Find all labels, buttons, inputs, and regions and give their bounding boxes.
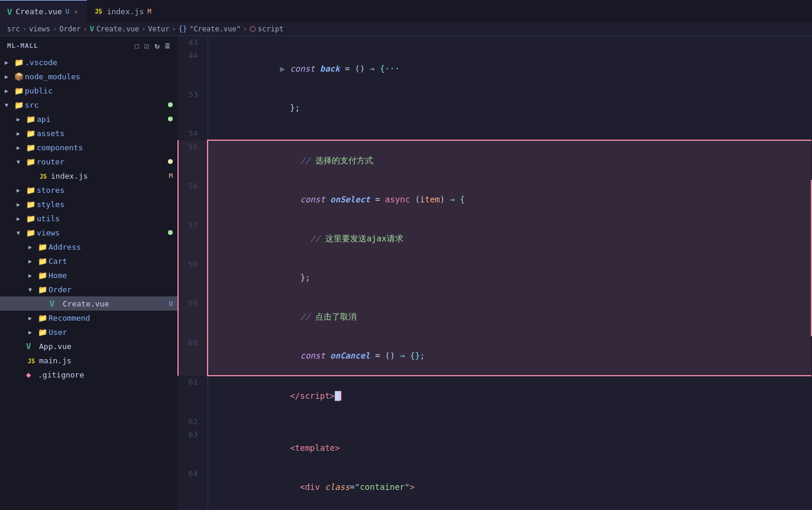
folder-icon-home: 📁 <box>38 271 48 280</box>
sidebar-item-vscode[interactable]: 📁 .vscode <box>0 55 177 69</box>
sidebar-item-stores[interactable]: 📁 stores <box>0 183 177 197</box>
breadcrumb-create-vue2[interactable]: "Create.vue" <box>189 25 241 33</box>
js-icon: JS <box>94 8 103 15</box>
sidebar-label-cart: Cart <box>48 257 177 266</box>
table-row: 43 <box>178 36 811 49</box>
line-number: 63 <box>178 428 208 467</box>
sidebar-label-create-vue: Create.vue <box>63 299 169 308</box>
tab-index-js[interactable]: JS index.js M <box>87 0 158 22</box>
line-content: // 选择的支付方式 <box>208 140 811 180</box>
tree-arrow-home <box>28 272 38 279</box>
folder-icon-api: 📁 <box>26 115 37 124</box>
folder-icon-recommend: 📁 <box>38 314 48 322</box>
vue-breadcrumb-icon: V <box>90 25 94 33</box>
tree-arrow-utils <box>17 215 26 222</box>
tree-arrow-router <box>17 159 26 165</box>
breadcrumb-script[interactable]: script <box>258 25 283 33</box>
line-number: 61 <box>178 376 208 415</box>
code-area[interactable]: 43 44 ▶ const back = () ⇒ {··· 53 <box>177 36 812 510</box>
line-content: // 这里要发送ajax请求 <box>208 219 811 258</box>
sidebar-item-home[interactable]: 📁 Home <box>0 268 177 282</box>
sidebar-label-recommend: Recommend <box>48 314 177 322</box>
sidebar-label-stores: stores <box>37 186 177 195</box>
tree-arrow <box>5 88 14 94</box>
folder-icon: 📁 <box>14 58 25 67</box>
sidebar-item-src[interactable]: 📁 src <box>0 98 177 112</box>
table-row: 54 <box>178 127 811 140</box>
sidebar-item-api[interactable]: 📁 api <box>0 112 177 126</box>
tab-index-js-badge: M <box>147 8 151 15</box>
sidebar-item-router-index[interactable]: JS index.js M <box>0 169 177 183</box>
folder-icon-components: 📁 <box>26 143 37 152</box>
breadcrumb-order[interactable]: Order <box>59 25 80 33</box>
tree-arrow-address <box>28 244 38 250</box>
sidebar-item-styles[interactable]: 📁 styles <box>0 197 177 211</box>
line-number: 54 <box>178 127 208 140</box>
line-number: 53 <box>178 88 208 127</box>
line-content: </script>█ <box>208 376 811 415</box>
sidebar-item-views[interactable]: 📁 views <box>0 225 177 240</box>
sidebar-tree: 📁 .vscode 📦 node_modules 📁 public 📁 src <box>0 55 177 510</box>
refresh-icon[interactable]: ↻ <box>154 41 160 50</box>
sidebar-item-user[interactable]: 📁 User <box>0 325 177 339</box>
line-number: 56 <box>178 180 208 219</box>
table-row: 63 <template> <box>178 428 811 467</box>
line-content <box>208 127 811 140</box>
sidebar-item-cart[interactable]: 📁 Cart <box>0 254 177 268</box>
line-content: <van-nav-bar <box>208 506 811 510</box>
js-file-icon-router: JS <box>38 172 48 180</box>
sidebar-label-order: Order <box>48 285 177 294</box>
sidebar-item-public[interactable]: 📁 public <box>0 83 177 98</box>
tree-arrow-styles <box>17 201 26 208</box>
code-table: 43 44 ▶ const back = () ⇒ {··· 53 <box>177 36 812 510</box>
sidebar-item-recommend[interactable]: 📁 Recommend <box>0 311 177 325</box>
sidebar-item-node-modules[interactable]: 📦 node_modules <box>0 69 177 83</box>
tree-arrow-api <box>17 116 26 122</box>
sidebar-item-components[interactable]: 📁 components <box>0 140 177 154</box>
sidebar-item-create-vue[interactable]: V Create.vue U <box>0 296 177 311</box>
collapse-icon[interactable]: ≡ <box>165 41 170 50</box>
breadcrumb-create-vue[interactable]: Create.vue <box>96 25 139 33</box>
tree-arrow-user <box>28 329 38 335</box>
sidebar-label-app-vue: App.vue <box>39 342 177 351</box>
new-folder-icon[interactable]: ☑ <box>144 41 150 50</box>
breadcrumb: src › views › Order › V Create.vue › Vet… <box>0 22 812 36</box>
sidebar-item-utils[interactable]: 📁 utils <box>0 211 177 225</box>
sidebar-item-order[interactable]: 📁 Order <box>0 282 177 296</box>
line-number: 43 <box>178 36 208 49</box>
tree-arrow-assets <box>17 130 26 137</box>
sidebar-label-components: components <box>37 143 177 152</box>
tree-arrow-recommend <box>28 315 38 321</box>
new-file-icon[interactable]: ☐ <box>134 41 140 50</box>
breadcrumb-src[interactable]: src <box>7 25 20 33</box>
line-content: // 点击了取消 <box>208 297 811 336</box>
tab-create-vue-close[interactable]: ✕ <box>73 7 79 17</box>
tree-arrow <box>5 59 14 66</box>
sidebar-label-utils: utils <box>37 214 177 223</box>
editor: 43 44 ▶ const back = () ⇒ {··· 53 <box>177 36 812 510</box>
sidebar-item-assets[interactable]: 📁 assets <box>0 126 177 140</box>
tab-create-vue[interactable]: V Create.vue U ✕ <box>0 0 87 22</box>
table-row: 44 ▶ const back = () ⇒ {··· <box>178 49 811 88</box>
folder-icon-src: 📁 <box>14 101 25 109</box>
sidebar-label-public: public <box>25 86 177 95</box>
sidebar-item-address[interactable]: 📁 Address <box>0 240 177 254</box>
main-layout: ML-MALL ☐ ☑ ↻ ≡ 📁 .vscode 📦 node_modules <box>0 36 812 510</box>
folder-icon-views: 📁 <box>26 228 37 237</box>
collapse-arrow[interactable]: ▶ <box>280 64 290 73</box>
sidebar-header-icons: ☐ ☑ ↻ ≡ <box>134 41 170 50</box>
breadcrumb-views[interactable]: views <box>29 25 50 33</box>
sidebar-item-app-vue[interactable]: V App.vue <box>0 339 177 353</box>
tab-index-js-label: index.js <box>107 7 144 16</box>
router-index-badge: M <box>169 172 173 180</box>
table-row: 53 }; <box>178 88 811 127</box>
line-content: }; <box>208 88 811 127</box>
line-number: 58 <box>178 258 208 297</box>
sidebar-item-gitignore[interactable]: ◆ .gitignore <box>0 367 177 382</box>
sidebar-item-main-js[interactable]: JS main.js <box>0 353 177 367</box>
sidebar-title: ML-MALL <box>7 42 38 50</box>
breadcrumb-vetur[interactable]: Vetur <box>148 25 169 33</box>
sidebar-label-assets: assets <box>37 129 177 138</box>
api-badge <box>168 117 173 121</box>
sidebar-item-router[interactable]: 📁 router <box>0 154 177 169</box>
